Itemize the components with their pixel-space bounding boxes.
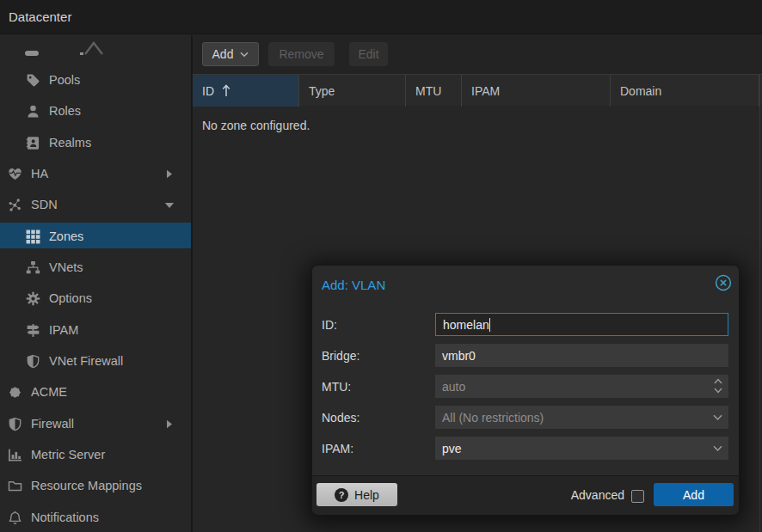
field-label: Nodes:	[322, 411, 359, 425]
sidebar-item-roles[interactable]: Roles	[0, 95, 191, 126]
sidebar-item-resource-mappings[interactable]: Resource Mappings	[0, 470, 191, 501]
sidebar-item-label: Options	[49, 291, 92, 305]
address-book-icon	[26, 136, 40, 150]
chevron-down-icon	[164, 202, 175, 209]
bell-icon	[8, 511, 22, 525]
sidebar-item-metric-server[interactable]: Metric Server	[0, 439, 191, 470]
grid-right-border	[759, 74, 760, 532]
column-label: IPAM	[471, 84, 500, 98]
sidebar-item-label: Pools	[49, 73, 80, 87]
button-label: Add	[212, 47, 234, 61]
sidebar-item-notifications[interactable]: Notifications	[0, 502, 191, 532]
field-row-ipam: IPAM:pve	[312, 437, 740, 460]
sidebar-item-label: SDN	[31, 198, 58, 211]
field-row-mtu: MTU:auto	[312, 375, 740, 398]
spinner-buttons[interactable]	[714, 378, 722, 394]
dialog-footer: ? Help Advanced Add	[312, 476, 739, 515]
page-title: Datacenter	[9, 9, 71, 24]
column-label: Domain	[620, 84, 661, 98]
sidebar-scrolled-item[interactable]	[0, 35, 191, 64]
field-value: vmbr0	[442, 349, 476, 363]
help-button-label: Help	[354, 488, 379, 502]
sidebar-item-label: VNet Firewall	[49, 354, 123, 368]
sidebar-item-sdn[interactable]: SDN	[0, 189, 191, 220]
add-vlan-dialog: Add: VLAN ID:homelanBridge:vmbr0MTU:auto…	[311, 265, 740, 515]
edit-button[interactable]: Edit	[349, 42, 388, 66]
grid-empty-text: No zone configured.	[202, 119, 310, 132]
add-submit-button[interactable]: Add	[654, 483, 734, 506]
field-row-bridge: Bridge:vmbr0	[312, 344, 740, 367]
sidebar-item-label: Notifications	[31, 511, 99, 524]
field-value: auto	[442, 380, 465, 394]
ipam-input[interactable]: pve	[435, 437, 728, 460]
question-icon: ?	[335, 488, 348, 502]
column-header-id[interactable]: ID	[193, 75, 299, 107]
nodes-input[interactable]: All (No restrictions)	[435, 406, 728, 429]
remove-button[interactable]: Remove	[268, 42, 335, 66]
toolbar: AddRemoveEdit	[193, 35, 762, 74]
sidebar-item-label: Resource Mappings	[31, 479, 142, 492]
column-header-mtu[interactable]: MTU	[406, 75, 462, 107]
column-label: MTU	[415, 84, 441, 98]
proxmox-datacenter-page: Datacenter PoolsRolesRealmsHASDNZonesVNe…	[0, 0, 762, 532]
shield-icon	[8, 417, 22, 431]
field-value: pve	[442, 442, 462, 456]
topbar: Datacenter	[0, 0, 762, 34]
bar-chart-icon	[8, 448, 22, 462]
sidebar-item-zones[interactable]: Zones	[0, 221, 191, 252]
heart-icon	[8, 167, 22, 181]
add-button-label: Add	[683, 488, 704, 502]
sidebar-item-vnets[interactable]: VNets	[0, 252, 191, 283]
certificate-icon	[8, 385, 22, 400]
button-label: Edit	[358, 47, 378, 61]
sidebar-item-label: Realms	[49, 136, 91, 150]
sidebar-item-label: HA	[31, 167, 48, 180]
help-button[interactable]: ? Help	[316, 483, 397, 506]
gear-icon	[26, 291, 40, 306]
icon-fragment	[25, 51, 39, 56]
sitemap-icon	[26, 260, 40, 275]
chevron-down-icon	[240, 52, 249, 58]
chevron-down-icon[interactable]	[713, 445, 722, 452]
mtu-input[interactable]: auto	[435, 375, 728, 398]
map-signs-icon	[26, 323, 40, 338]
sidebar-item-pools[interactable]: Pools	[0, 64, 191, 95]
folder-icon	[8, 479, 22, 493]
field-label: MTU:	[322, 380, 351, 394]
network-nodes-icon	[8, 198, 22, 212]
sidebar-tree: PoolsRolesRealmsHASDNZonesVNetsOptionsIP…	[0, 35, 191, 532]
bridge-input[interactable]: vmbr0	[435, 344, 728, 367]
sidebar-item-label: Roles	[49, 104, 81, 118]
sidebar-item-vnet-firewall[interactable]: VNet Firewall	[0, 345, 191, 376]
chevron-down-icon[interactable]	[713, 414, 722, 421]
sidebar-item-realms[interactable]: Realms	[0, 127, 191, 158]
advanced-label: Advanced	[571, 488, 624, 502]
chevron-right-icon	[166, 419, 173, 429]
sidebar-item-label: IPAM	[49, 323, 78, 337]
column-header-type[interactable]: Type	[299, 75, 406, 107]
sidebar-item-firewall[interactable]: Firewall	[0, 408, 191, 439]
field-row-id: ID:homelan	[312, 313, 740, 336]
id-input[interactable]: homelan	[435, 313, 728, 336]
close-icon[interactable]	[715, 274, 732, 291]
shield-icon	[26, 354, 40, 369]
sidebar-item-ipam[interactable]: IPAM	[0, 315, 191, 345]
sidebar-item-label: Firewall	[31, 417, 74, 431]
button-label: Remove	[279, 47, 323, 61]
grid-header: IDTypeMTUIPAMDomain	[193, 74, 762, 106]
column-label: Type	[309, 84, 335, 98]
sidebar-item-label: Metric Server	[31, 448, 105, 462]
grid-icon	[26, 229, 40, 244]
column-header-ipam[interactable]: IPAM	[462, 75, 611, 107]
tag-icon	[26, 73, 40, 88]
sidebar-item-acme[interactable]: ACME	[0, 376, 191, 407]
field-value: All (No restrictions)	[442, 411, 544, 425]
sidebar-item-ha[interactable]: HA	[0, 158, 191, 189]
user-icon	[26, 104, 40, 119]
add-button[interactable]: Add	[202, 42, 259, 66]
column-header-domain[interactable]: Domain	[611, 75, 759, 107]
field-value: homelan	[443, 318, 489, 332]
sort-asc-icon	[222, 84, 230, 97]
sidebar-item-options[interactable]: Options	[0, 283, 191, 314]
advanced-checkbox[interactable]	[631, 490, 644, 503]
